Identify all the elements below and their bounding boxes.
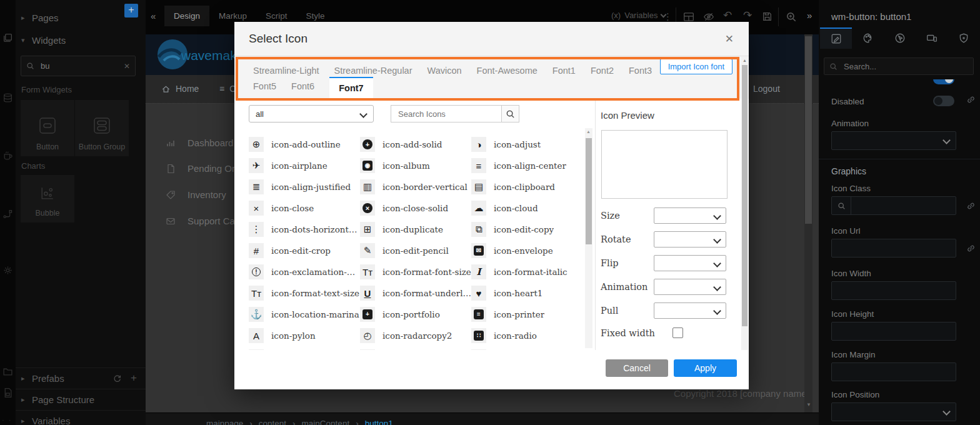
property-search-input[interactable] xyxy=(842,61,951,72)
workflow-rail-icon[interactable] xyxy=(2,209,13,219)
icon-position-select[interactable] xyxy=(831,402,956,421)
nav-home[interactable]: Home xyxy=(161,84,199,94)
icon-list-item[interactable]: ◴icon-radarcopy2 xyxy=(360,325,471,346)
icon-list-item[interactable]: ≡icon-printer xyxy=(471,304,582,325)
layout-icon[interactable] xyxy=(683,11,694,22)
modal-tab-font3[interactable]: Font3 xyxy=(629,61,652,76)
modal-tab-font6[interactable]: Font6 xyxy=(291,77,314,91)
flip-select[interactable] xyxy=(654,255,726,271)
breadcrumb-item[interactable]: mainpage xyxy=(206,419,243,425)
icon-class-field[interactable] xyxy=(831,196,956,215)
icon-search-input[interactable] xyxy=(397,109,493,119)
icon-list-item[interactable]: ×icon-close-solid xyxy=(360,198,471,219)
icon-list-item[interactable]: ☁icon-cloud xyxy=(471,198,582,219)
folder-rail-icon[interactable] xyxy=(2,366,13,377)
modal-tab-font2[interactable]: Font2 xyxy=(591,61,614,76)
sidebar-section-variables[interactable]: ▸ Variables xyxy=(16,410,146,425)
size-select[interactable] xyxy=(654,208,726,224)
icon-filter-select[interactable]: all xyxy=(249,105,374,122)
scrollbar-thumb[interactable] xyxy=(742,65,748,326)
dialog-scrollbar[interactable]: ▲ ▼ xyxy=(741,56,748,372)
search-icon[interactable] xyxy=(832,197,851,214)
icon-list-item[interactable]: ∷icon-radio xyxy=(471,325,582,346)
toggle-partial[interactable] xyxy=(933,79,954,85)
redo-icon[interactable]: ↷ xyxy=(743,9,752,22)
icon-list-item[interactable]: Tᴛicon-format-font-size xyxy=(360,261,471,282)
app-menu-pending-orders[interactable]: Pending Ord xyxy=(166,163,240,174)
icon-list-item[interactable]: ⧉icon-edit-copy xyxy=(471,219,582,240)
widget-tile-bubble[interactable]: Bubble xyxy=(21,175,74,222)
modal-tab-font-awesome[interactable]: Font-Awesome xyxy=(477,61,538,76)
preview-eye-off-icon[interactable] xyxy=(703,11,714,22)
icon-list-item[interactable]: ⊞icon-duplicate xyxy=(360,219,471,240)
add-prefab-icon[interactable]: + xyxy=(131,374,137,383)
pages-rail-icon[interactable] xyxy=(2,32,13,43)
sidebar-section-widgets[interactable]: ▾ Widgets xyxy=(16,29,146,51)
icon-list-item[interactable]: ✎icon-edit-pencil xyxy=(360,240,471,261)
import-icon-font-button[interactable]: Import Icon font xyxy=(660,59,732,74)
icon-list-item[interactable]: ▤icon-clipboard xyxy=(471,176,582,198)
icon-list-item[interactable]: +icon-portfolio xyxy=(360,304,471,325)
scrollbar-thumb[interactable] xyxy=(586,138,592,244)
icon-list-scrollbar[interactable]: ▲ xyxy=(585,128,592,348)
pull-select[interactable] xyxy=(654,302,726,319)
icon-list-item[interactable]: ⋮icon-dots-horizontal-t... xyxy=(249,219,360,240)
expand-panel-icon[interactable]: » xyxy=(807,10,812,21)
icon-list-item[interactable]: ◉icon-album xyxy=(360,155,471,176)
icon-list-item[interactable]: ♥icon-heart1 xyxy=(471,282,582,304)
icon-list-item[interactable]: +icon-add-solid xyxy=(360,134,471,155)
disabled-toggle[interactable] xyxy=(933,96,954,106)
icon-list-item[interactable]: ✈icon-airplane xyxy=(249,155,360,176)
bind-icon-url-icon[interactable] xyxy=(966,244,976,253)
icon-list-item[interactable]: ×icon-close xyxy=(249,198,360,219)
widget-search-input[interactable] xyxy=(39,61,117,71)
clear-search-icon[interactable]: ✕ xyxy=(124,62,130,71)
animation-select[interactable] xyxy=(831,131,956,150)
modal-tab-streamline-light[interactable]: Streamline-Light xyxy=(253,61,319,76)
breadcrumb-item[interactable]: button1 xyxy=(365,419,393,425)
close-dialog-icon[interactable]: ✕ xyxy=(725,32,734,46)
add-page-button[interactable]: + xyxy=(124,4,138,18)
tab-events[interactable] xyxy=(884,28,916,49)
collapse-sidebar-icon[interactable]: « xyxy=(151,11,156,21)
app-menu-dashboard[interactable]: Dashboard xyxy=(166,138,233,148)
icon-margin-input[interactable] xyxy=(831,362,956,381)
bind-disabled-icon[interactable] xyxy=(966,95,976,104)
save-icon[interactable] xyxy=(762,11,772,22)
modal-tab-font7[interactable]: Font7 xyxy=(329,77,372,101)
icon-list-item[interactable]: !icon-exclamation-outl... xyxy=(249,261,360,282)
icon-list-item[interactable]: ✉icon-envelope xyxy=(471,240,582,261)
modal-tab-font5[interactable]: Font5 xyxy=(253,77,276,91)
icon-list-item[interactable]: Uicon-format-underline xyxy=(360,282,471,304)
icon-list-item[interactable]: Iicon-format-italic xyxy=(471,261,582,282)
icon-list-item[interactable]: ≡icon-align-center xyxy=(471,155,582,176)
icon-list-item[interactable]: ▥icon-border-vertical xyxy=(360,176,471,198)
icon-list-item[interactable]: Aicon-pylon xyxy=(249,325,360,346)
widget-tile-button[interactable]: Button xyxy=(21,100,74,156)
tab-styles[interactable] xyxy=(852,28,884,49)
scroll-up-icon[interactable]: ▲ xyxy=(742,58,747,62)
breadcrumb-item[interactable]: mainContent xyxy=(302,419,350,425)
variables-menu[interactable]: (x) Variables xyxy=(611,11,666,20)
modal-tab-streamline-regular[interactable]: Streamline-Regular xyxy=(334,61,412,76)
cancel-button[interactable]: Cancel xyxy=(606,359,668,377)
rotate-select[interactable] xyxy=(654,231,726,248)
icon-search-button[interactable] xyxy=(501,105,519,122)
icon-list-item[interactable]: #icon-edit-crop xyxy=(249,240,360,261)
undo-icon[interactable]: ↶ xyxy=(723,9,732,22)
animation-select[interactable] xyxy=(654,279,726,295)
icon-list-item[interactable]: ⊕icon-add-outline xyxy=(249,134,360,155)
more-rail-icon[interactable]: · · · xyxy=(2,416,16,425)
sidebar-section-page-structure[interactable]: ▸ Page Structure xyxy=(16,389,146,410)
nav-logout[interactable]: Logout xyxy=(753,84,780,94)
settings-rail-icon[interactable] xyxy=(2,265,13,276)
log-file-rail-icon[interactable] xyxy=(2,388,13,398)
bind-icon-class-icon[interactable] xyxy=(966,201,976,211)
icon-url-input[interactable] xyxy=(831,239,956,258)
canvas-scrollbar[interactable]: ▼ xyxy=(804,34,812,412)
icon-height-input[interactable] xyxy=(831,322,956,341)
breadcrumb-item[interactable]: content xyxy=(259,419,286,425)
apply-button[interactable]: Apply xyxy=(674,359,737,377)
tab-properties[interactable] xyxy=(820,28,852,49)
nav-orders[interactable]: ≡ O xyxy=(219,84,236,94)
